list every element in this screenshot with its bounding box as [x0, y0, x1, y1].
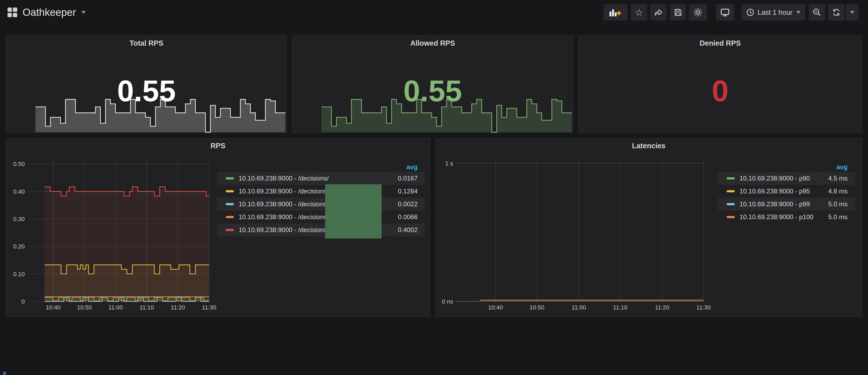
bottom-left-blue-fragment [3, 372, 6, 375]
time-range-picker[interactable]: Last 1 hour [741, 4, 806, 21]
legend-row: 10.10.69.238:9000 - /decisions/0.0066 [217, 211, 425, 223]
total-rps-value: 0.55 [6, 73, 286, 108]
panel-title-denied-rps[interactable]: Denied RPS [579, 39, 862, 48]
panel-total-rps: Total RPS 0.55 [6, 35, 287, 133]
rps-x-tick: 11:20 [164, 304, 191, 311]
rps-x-tick: 11:30 [196, 304, 222, 311]
star-icon: ☆ [635, 8, 643, 17]
share-icon [654, 8, 663, 17]
toolbar: ☆ [0, 4, 868, 21]
legend-swatch[interactable] [727, 216, 735, 218]
legend-series-label[interactable]: 10.10.69.238:9000 - p95 [740, 187, 810, 195]
legend-avg-value: 0.0167 [398, 175, 425, 182]
settings-button[interactable] [688, 4, 707, 21]
legend-series-label[interactable]: 10.10.69.238:9000 - /decisions/ [239, 213, 329, 221]
refresh-interval-button[interactable] [845, 4, 859, 21]
grafana-dashboard: Oathkeeper ☆ [0, 0, 868, 375]
refresh-button[interactable] [828, 4, 845, 21]
legend-series-label[interactable]: 10.10.69.238:9000 - /decisions/ [239, 226, 329, 234]
panel-title-total-rps[interactable]: Total RPS [6, 39, 286, 48]
rps-x-tick: 10:50 [71, 304, 98, 311]
cycle-view-mode-button[interactable] [715, 4, 735, 21]
legend-series-label[interactable]: 10.10.69.238:9000 - p99 [740, 200, 810, 208]
latencies-y-tick: 0 ns [436, 298, 453, 305]
navbar: Oathkeeper ☆ [0, 0, 868, 25]
time-range-label: Last 1 hour [757, 8, 793, 17]
zoom-out-icon [812, 8, 822, 17]
legend-series-label[interactable]: 10.10.69.238:9000 - p100 [740, 213, 813, 221]
rps-y-tick: 0.10 [6, 271, 25, 278]
latencies-x-tick: 11:20 [649, 304, 676, 311]
legend-swatch[interactable] [226, 177, 234, 180]
legend-avg-value: 0.0022 [398, 200, 425, 208]
legend-avg-value: 0.4002 [398, 226, 425, 234]
legend-avg-value: 4.5 ms [828, 175, 855, 182]
legend-row: 10.10.69.238:9000 - /decisions/0.4002 [217, 223, 425, 237]
allowed-rps-value: 0.55 [292, 73, 573, 108]
panel-denied-rps: Denied RPS 0 [578, 35, 862, 133]
legend-avg-value: 4.8 ms [828, 187, 855, 195]
rps-y-tick: 0.30 [6, 216, 25, 223]
add-panel-button[interactable] [603, 4, 628, 21]
legend-avg-value: 0.0066 [398, 213, 425, 221]
latencies-legend: avg10.10.69.238:9000 - p904.5 ms10.10.69… [718, 162, 855, 223]
legend-avg-value: 0.1284 [398, 187, 425, 195]
latencies-x-tick: 11:30 [690, 304, 717, 311]
legend-swatch[interactable] [226, 229, 234, 231]
share-button[interactable] [650, 4, 667, 21]
latencies-x-tick: 11:10 [607, 304, 634, 311]
legend-avg-header[interactable]: avg [217, 162, 425, 172]
panel-title-latencies[interactable]: Latencies [436, 142, 862, 150]
legend-series-label[interactable]: 10.10.69.238:9000 - /decisions/ [239, 200, 329, 208]
legend-row: 10.10.69.238:9000 - p904.5 ms [718, 172, 855, 185]
legend-swatch[interactable] [727, 190, 735, 192]
legend-avg-header[interactable]: avg [718, 162, 855, 172]
rps-y-tick: 0.50 [6, 161, 25, 168]
save-button[interactable] [670, 4, 686, 21]
legend-swatch[interactable] [226, 203, 234, 205]
legend-avg-value: 5.0 ms [828, 200, 855, 208]
zoom-out-button[interactable] [808, 4, 826, 21]
legend-row: 10.10.69.238:9000 - /decisions/0.0022 [217, 198, 425, 211]
legend-row: 10.10.69.238:9000 - p1005.0 ms [718, 211, 855, 223]
legend-series-label[interactable]: 10.10.69.238:9000 - p90 [740, 175, 810, 182]
rps-y-tick: 0.40 [6, 188, 25, 195]
legend-row: 10.10.69.238:9000 - p995.0 ms [718, 198, 855, 211]
legend-avg-value: 5.0 ms [828, 213, 855, 221]
refresh-icon [832, 8, 841, 17]
legend-swatch[interactable] [727, 177, 735, 180]
clock-icon [746, 8, 754, 17]
legend-swatch[interactable] [727, 203, 735, 205]
rps-legend: avg10.10.69.238:9000 - /decisions/0.0167… [217, 162, 425, 237]
rps-x-tick: 11:10 [133, 304, 160, 311]
star-button[interactable]: ☆ [630, 4, 648, 21]
save-icon [674, 8, 682, 17]
panel-title-rps[interactable]: RPS [6, 142, 429, 150]
legend-series-label[interactable]: 10.10.69.238:9000 - /decisions/ [239, 175, 329, 182]
legend-row: 10.10.69.238:9000 - /decisions/0.0167 [217, 172, 425, 185]
green-overlay-artifact [325, 184, 381, 239]
denied-rps-value: 0 [579, 73, 862, 108]
latencies-y-tick: 1 s [436, 160, 453, 167]
rps-x-tick: 10:40 [40, 304, 67, 311]
legend-swatch[interactable] [226, 190, 234, 192]
legend-series-label[interactable]: 10.10.69.238:9000 - /decisions/ [239, 187, 329, 195]
gear-icon [693, 7, 703, 17]
panel-allowed-rps: Allowed RPS 0.55 [292, 35, 574, 133]
rps-y-tick: 0.20 [6, 243, 25, 250]
panel-title-allowed-rps[interactable]: Allowed RPS [292, 39, 573, 48]
rps-x-tick: 11:00 [102, 304, 129, 311]
legend-row: 10.10.69.238:9000 - p954.8 ms [718, 185, 855, 198]
time-range-caret-icon [796, 11, 801, 14]
latencies-x-tick: 11:00 [565, 304, 592, 311]
panel-latencies-graph: Latencies avg10.10.69.238:9000 - p904.5 … [435, 138, 862, 317]
monitor-icon [720, 8, 730, 17]
refresh-interval-caret-icon [850, 11, 854, 14]
latencies-x-tick: 10:50 [524, 304, 550, 311]
legend-swatch[interactable] [226, 216, 234, 218]
latencies-x-tick: 10:40 [482, 304, 509, 311]
add-panel-icon [609, 8, 622, 17]
legend-row: 10.10.69.238:9000 - /decisions/0.1284 [217, 185, 425, 198]
rps-y-tick: 0 [6, 298, 25, 305]
